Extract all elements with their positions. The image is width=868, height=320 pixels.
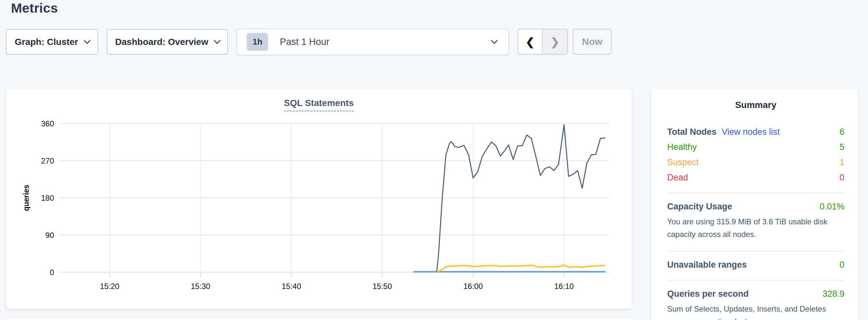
x-tick-label: 16:10 [554, 282, 574, 291]
unavailable-ranges-label: Unavailable ranges [667, 260, 747, 270]
node-status-list: Total Nodes View nodes list 6 Healthy 5 … [667, 127, 844, 182]
queries-per-second-description: Sum of Selects, Updates, Inserts, and De… [667, 302, 844, 320]
queries-per-second-label: Queries per second [667, 289, 749, 299]
summary-card: Summary Total Nodes View nodes list 6 He… [651, 88, 858, 320]
graph-dropdown-label: Graph: Cluster [14, 37, 78, 47]
y-tick-label: 270 [41, 156, 54, 165]
y-tick-label: 180 [41, 194, 54, 202]
healthy-nodes-row: Healthy 5 [667, 142, 844, 152]
healthy-value: 5 [840, 142, 844, 152]
y-tick-label: 90 [45, 231, 54, 239]
time-range-label: Past 1 Hour [280, 36, 329, 47]
chevron-down-icon [214, 37, 221, 44]
dead-nodes-row: Dead 0 [667, 172, 844, 182]
x-tick-label: 15:50 [373, 282, 392, 291]
total-nodes-row: Total Nodes View nodes list 6 [667, 127, 844, 137]
time-range-selector[interactable]: 1h Past 1 Hour [237, 28, 509, 55]
unavailable-ranges-section: Unavailable ranges 0 [667, 252, 844, 269]
y-axis-label: queries [22, 185, 30, 211]
chevron-right-icon: ❯ [551, 36, 559, 48]
healthy-label: Healthy [667, 142, 697, 152]
dashboard-dropdown-label: Dashboard: Overview [115, 37, 208, 47]
suspect-value: 1 [840, 157, 844, 167]
graph-dropdown[interactable]: Graph: Cluster [6, 29, 98, 55]
capacity-usage-value: 0.01% [819, 202, 844, 212]
chevron-down-icon [84, 37, 90, 44]
sql-statements-card: SQL Statements 15:2015:3015:4015:5016:00… [6, 88, 632, 309]
dead-value: 0 [840, 172, 844, 183]
suspect-nodes-row: Suspect 1 [667, 157, 844, 167]
sql-statements-chart[interactable]: 15:2015:3015:4015:5016:0016:100901802703… [6, 88, 631, 309]
queries-per-second-value: 328.9 [823, 289, 844, 299]
summary-title: Summary [667, 100, 844, 110]
view-nodes-list-link[interactable]: View nodes list [722, 127, 780, 137]
dashboard-dropdown[interactable]: Dashboard: Overview [107, 29, 228, 55]
page-title: Metrics [11, 1, 58, 16]
chevron-left-icon: ❮ [526, 36, 534, 48]
time-pager: ❮ ❯ [518, 29, 568, 55]
qps-section: Queries per second 328.9 Sum of Selects,… [667, 281, 844, 320]
chevron-down-icon [491, 37, 498, 44]
suspect-label: Suspect [667, 157, 699, 167]
x-tick-label: 15:30 [191, 282, 210, 291]
next-time-button[interactable]: ❯ [542, 29, 567, 54]
y-tick-label: 0 [50, 268, 54, 277]
x-tick-label: 15:20 [100, 282, 119, 291]
unavailable-ranges-value: 0 [840, 260, 844, 270]
capacity-usage-label: Capacity Usage [667, 202, 732, 212]
x-tick-label: 15:40 [282, 282, 301, 291]
now-button[interactable]: Now [573, 29, 612, 55]
capacity-section: Capacity Usage 0.01% You are using 315.9… [667, 193, 844, 241]
x-tick-label: 16:00 [463, 282, 483, 291]
time-range-badge: 1h [247, 33, 268, 51]
y-tick-label: 360 [41, 119, 54, 128]
total-nodes-label: Total Nodes [667, 127, 717, 137]
capacity-usage-description: You are using 315.9 MiB of 3.6 TiB usabl… [667, 215, 844, 241]
total-nodes-value: 6 [840, 127, 844, 137]
prev-time-button[interactable]: ❮ [518, 29, 542, 54]
next-chart-card [6, 317, 632, 320]
dead-label: Dead [667, 172, 688, 183]
